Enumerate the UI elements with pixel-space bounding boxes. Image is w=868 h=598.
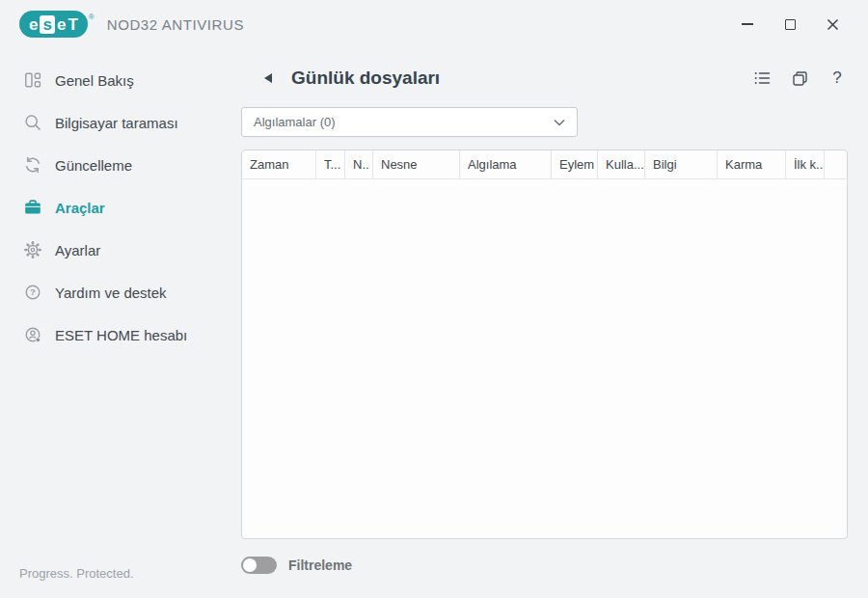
log-table-body bbox=[242, 179, 847, 538]
sidebar-item-label: Güncelleme bbox=[55, 157, 132, 174]
brand-tagline: Progress. Protected. bbox=[19, 566, 134, 581]
filter-row: Filtreleme bbox=[241, 557, 352, 574]
log-list-button[interactable] bbox=[752, 68, 772, 88]
column-header-filler bbox=[825, 150, 847, 178]
filter-toggle[interactable] bbox=[241, 557, 277, 574]
sidebar-item-guncelleme[interactable]: Güncelleme bbox=[0, 144, 241, 186]
log-type-selected-value: Algılamalar (0) bbox=[254, 115, 336, 129]
log-table-header: Zaman T... N.. Nesne Algılama Eylem Kull… bbox=[242, 150, 847, 179]
briefcase-icon bbox=[23, 198, 42, 217]
page-title: Günlük dosyaları bbox=[291, 68, 752, 89]
column-header-nesne[interactable]: Nesne bbox=[373, 150, 460, 178]
log-table: Zaman T... N.. Nesne Algılama Eylem Kull… bbox=[241, 150, 848, 539]
sidebar-item-label: Bilgisayar taraması bbox=[55, 115, 178, 131]
account-icon bbox=[23, 325, 42, 344]
close-icon bbox=[827, 18, 839, 31]
column-header-n[interactable]: N.. bbox=[345, 150, 373, 178]
column-header-karma[interactable]: Karma bbox=[718, 150, 786, 178]
sync-icon bbox=[23, 155, 42, 175]
close-button[interactable] bbox=[818, 10, 847, 39]
column-header-tur[interactable]: T... bbox=[316, 150, 345, 178]
chevron-down-icon bbox=[554, 119, 565, 126]
log-type-dropdown[interactable]: Algılamalar (0) bbox=[241, 107, 578, 137]
column-header-algilama[interactable]: Algılama bbox=[460, 150, 552, 178]
sidebar-item-label: Ayarlar bbox=[55, 242, 100, 258]
eset-logo-pill: e s e T bbox=[19, 11, 88, 38]
titlebar: e s e T ® NOD32 ANTIVIRUS bbox=[0, 0, 868, 48]
page-header: Günlük dosyaları bbox=[258, 64, 847, 93]
column-header-ilk-k[interactable]: İlk k... bbox=[786, 150, 825, 178]
back-arrow-icon bbox=[264, 73, 272, 83]
column-header-bilgi[interactable]: Bilgi bbox=[645, 150, 718, 178]
sidebar-item-genel-bakis[interactable]: Genel Bakış bbox=[0, 59, 241, 101]
sidebar-item-bilgisayar-taramasi[interactable]: Bilgisayar taraması bbox=[0, 101, 241, 144]
sidebar-item-label: Genel Bakış bbox=[55, 72, 134, 89]
sidebar: Genel Bakış Bilgisayar taraması Günc bbox=[0, 48, 241, 598]
sidebar-item-araclar[interactable]: Araçlar bbox=[0, 186, 241, 229]
gear-icon bbox=[23, 240, 42, 259]
minimize-icon bbox=[742, 23, 753, 25]
product-name: NOD32 ANTIVIRUS bbox=[107, 16, 244, 33]
maximize-button[interactable] bbox=[775, 10, 804, 39]
sidebar-item-yardim-ve-destek[interactable]: ? Yardım ve destek bbox=[0, 271, 241, 313]
sidebar-item-label: Araçlar bbox=[55, 200, 105, 216]
eset-nod32-window: e s e T ® NOD32 ANTIVIRUS bbox=[0, 0, 868, 598]
search-icon bbox=[23, 113, 42, 132]
help-circle-icon: ? bbox=[23, 283, 42, 302]
sidebar-item-ayarlar[interactable]: Ayarlar bbox=[0, 229, 241, 271]
list-details-icon bbox=[753, 69, 772, 87]
copy-icon bbox=[791, 69, 809, 88]
svg-text:?: ? bbox=[30, 286, 36, 297]
logo-letter: e bbox=[56, 16, 67, 33]
window-controls bbox=[733, 0, 847, 48]
help-button[interactable]: ? bbox=[827, 68, 847, 88]
back-button[interactable] bbox=[258, 68, 278, 88]
toggle-knob bbox=[243, 558, 257, 572]
filter-toggle-label: Filtreleme bbox=[288, 557, 352, 573]
help-icon: ? bbox=[832, 68, 841, 88]
sidebar-item-label: ESET HOME hesabı bbox=[55, 327, 187, 343]
minimize-button[interactable] bbox=[733, 10, 762, 39]
sidebar-item-eset-home-hesabi[interactable]: ESET HOME hesabı bbox=[0, 313, 241, 356]
column-header-eylem[interactable]: Eylem bbox=[552, 150, 598, 178]
logo-letter: e bbox=[28, 16, 39, 33]
eset-logo: e s e T ® bbox=[19, 11, 95, 38]
maximize-icon bbox=[785, 19, 796, 30]
logo-letter-boxed: s bbox=[40, 15, 54, 34]
main-content: Günlük dosyaları bbox=[241, 48, 868, 598]
logo-letter: T bbox=[67, 16, 78, 33]
overview-icon bbox=[23, 70, 42, 90]
header-actions: ? bbox=[752, 68, 847, 88]
column-header-zaman[interactable]: Zaman bbox=[242, 150, 316, 178]
registered-trademark: ® bbox=[89, 13, 95, 21]
copy-button[interactable] bbox=[790, 68, 809, 88]
column-header-kullanici[interactable]: Kulla... bbox=[598, 150, 645, 178]
sidebar-item-label: Yardım ve destek bbox=[55, 285, 167, 301]
